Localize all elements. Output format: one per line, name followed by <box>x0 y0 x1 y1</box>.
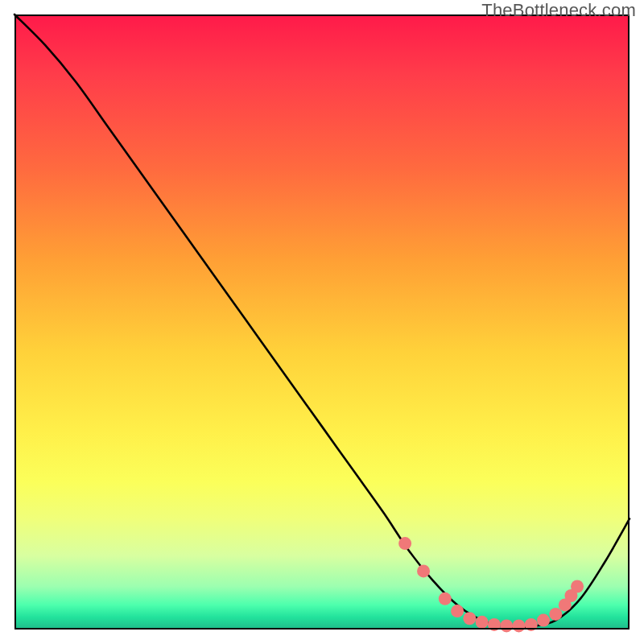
highlight-markers <box>398 537 584 632</box>
highlight-dot <box>451 605 464 617</box>
highlight-dot <box>512 619 525 632</box>
attribution-text: TheBottleneck.com <box>481 0 636 21</box>
highlight-dot <box>537 614 550 627</box>
highlight-dot <box>398 537 411 550</box>
highlight-dot <box>500 619 513 632</box>
highlight-dot <box>488 618 501 631</box>
highlight-dot <box>525 618 538 631</box>
highlight-dot <box>439 592 452 605</box>
highlight-dot <box>571 580 584 593</box>
highlight-dot <box>549 608 562 621</box>
highlight-dot <box>463 612 476 625</box>
highlight-dot <box>417 564 430 577</box>
bottleneck-chart: TheBottleneck.com <box>0 0 644 644</box>
bottleneck-curve-path <box>14 14 630 627</box>
highlight-dot <box>476 616 489 629</box>
chart-svg <box>14 14 630 630</box>
